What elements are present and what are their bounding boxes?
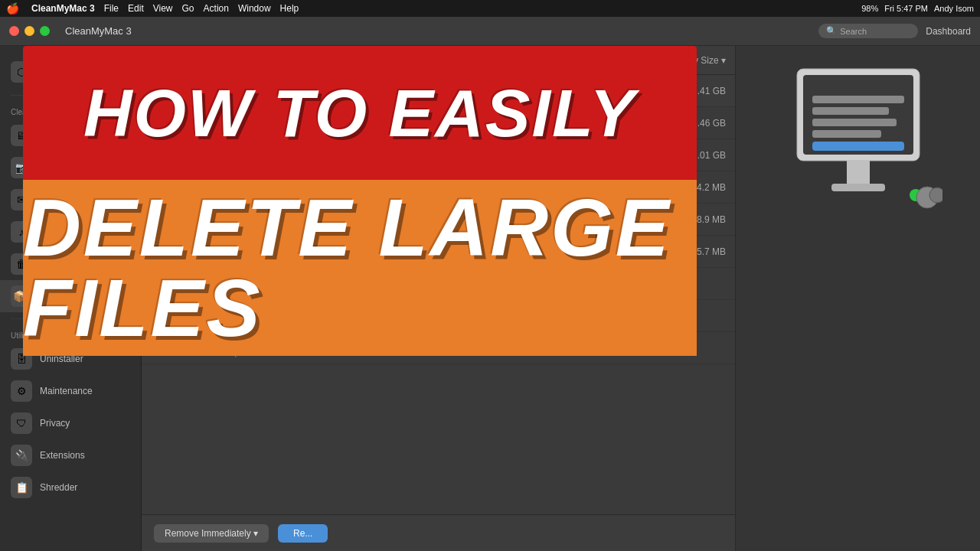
expand-icon[interactable] — [168, 119, 177, 128]
folder-icon — [204, 276, 223, 292]
dashboard-button[interactable]: Dashboard — [926, 26, 971, 37]
all-files-checkbox[interactable] — [151, 86, 162, 96]
table-row[interactable]: More than 5 GB 43.46 GB — [142, 107, 735, 139]
edit-menu[interactable]: Edit — [128, 3, 144, 14]
house-subtitle: Opened more than... — [229, 349, 666, 357]
table-row[interactable]: ▶ Videos Opened more than half a year ag… — [142, 139, 735, 171]
maximize-button[interactable] — [40, 26, 50, 36]
row4-checkbox[interactable] — [172, 246, 183, 257]
window-menu[interactable]: Window — [238, 3, 271, 14]
help-menu[interactable]: Help — [280, 3, 299, 14]
close-button[interactable] — [9, 26, 19, 36]
table-row[interactable]: ▶ — [142, 268, 735, 300]
expand-icon[interactable]: ▶ — [189, 311, 198, 321]
minimize-button[interactable] — [24, 26, 34, 36]
table-row[interactable]: ▶ 978.9 MB — [142, 204, 735, 236]
clock: Fri 5:47 PM — [884, 4, 928, 13]
action-menu[interactable]: Action — [204, 3, 229, 14]
sidebar-item-smart-cleanup[interactable]: ⬡ Smart Cleanup — [0, 55, 141, 89]
app-title: CleanMyMac 3 — [65, 25, 132, 37]
sidebar: ⬡ Smart Cleanup Cleaning 🖥 System Junk 📷… — [0, 46, 142, 551]
large-files-icon: 📦 — [11, 285, 28, 307]
view-menu[interactable]: View — [153, 3, 173, 14]
expand-icon[interactable]: ▶ — [189, 183, 198, 192]
search-placeholder: Search — [840, 27, 867, 36]
menubar-status: 98% Fri 5:47 PM Andy Isom — [861, 4, 974, 13]
row5-checkbox[interactable] — [172, 279, 183, 289]
photoshop-size: 984.2 MB — [672, 182, 726, 193]
sidebar-item-itunes[interactable]: ♪ iTunes Junk — [0, 216, 141, 248]
trash-label: Trash Bins — [40, 259, 83, 269]
folder-icon — [204, 148, 223, 163]
photoshop-checkbox[interactable] — [172, 182, 183, 193]
apple-menu[interactable]: 🍎 — [6, 2, 19, 15]
expand-icon[interactable]: ▶ — [189, 279, 198, 289]
right-panel — [735, 46, 980, 551]
content-area: Back Group by Size ▾ Large & Old Files S… — [142, 46, 735, 551]
maintenance-icon: ⚙ — [11, 380, 32, 402]
table-row[interactable]: ▶ Photoshop Files Opened more than a yea… — [142, 171, 735, 204]
svg-rect-6 — [812, 142, 904, 151]
trash-icon: 🗑 — [11, 253, 32, 275]
bottom-bar: Remove Immediately ▾ Re... — [142, 514, 735, 551]
table-row[interactable]: ▶ House Opened more than... — [142, 332, 735, 364]
expand-icon[interactable]: ▶ — [189, 151, 198, 160]
folder-icon — [204, 180, 223, 195]
app-menu[interactable]: CleanMyMac 3 — [31, 3, 95, 14]
section-header-utilities: Utilities — [0, 325, 141, 343]
sidebar-item-large-files[interactable]: 📦 Large & Old Files 232.41 GB — [0, 280, 141, 312]
sidebar-item-uninstaller[interactable]: 🗄 Uninstaller — [0, 343, 141, 375]
sidebar-item-photo-junk[interactable]: 📷 Photo Junk — [0, 152, 141, 184]
house-checkbox[interactable] — [172, 343, 183, 354]
itunes-label: iTunes Junk — [40, 227, 89, 237]
svg-rect-3 — [812, 107, 889, 115]
smart-cleanup-icon: ⬡ — [11, 61, 32, 83]
group-by-selector[interactable]: Group by Size ▾ — [201, 55, 266, 66]
file-menu[interactable]: File — [104, 3, 119, 14]
content-toolbar: Back Group by Size ▾ Large & Old Files S… — [142, 46, 735, 75]
sidebar-item-maintenance[interactable]: ⚙ Maintenance — [0, 375, 141, 407]
folder-icon — [204, 244, 223, 259]
sidebar-item-trash[interactable]: 🗑 Trash Bins — [0, 248, 141, 280]
table-row[interactable]: ▶ 965.7 MB — [142, 236, 735, 268]
svg-point-11 — [929, 187, 942, 203]
search-box[interactable]: 🔍 Search — [818, 24, 918, 38]
expand-icon[interactable]: ▶ — [189, 215, 198, 224]
loading-icon — [183, 116, 198, 131]
app-window: CleanMyMac 3 🔍 Search Dashboard ⬡ Smart … — [0, 17, 980, 551]
section-header-cleaning: Cleaning — [0, 102, 141, 119]
expand-icon[interactable]: ▶ — [189, 247, 198, 256]
expand-icon[interactable]: ▶ — [168, 86, 177, 96]
row6-checkbox[interactable] — [172, 311, 183, 321]
row3-checkbox[interactable] — [172, 214, 183, 225]
review-button[interactable]: Re... — [278, 524, 328, 543]
sidebar-item-privacy[interactable]: 🛡 Privacy — [0, 407, 141, 439]
videos-checkbox[interactable] — [172, 150, 183, 161]
videos-name: Videos — [229, 145, 666, 156]
back-button[interactable]: Back — [151, 52, 193, 69]
row3-size: 978.9 MB — [672, 214, 726, 225]
sidebar-item-system-junk[interactable]: 🖥 System Junk — [0, 119, 141, 152]
sort-by-selector[interactable]: Sort by Size ▾ — [669, 55, 726, 66]
expand-icon[interactable]: ▶ — [189, 344, 198, 353]
more5gb-checkbox[interactable] — [151, 118, 162, 129]
svg-rect-7 — [847, 161, 870, 184]
sidebar-item-extensions[interactable]: 🔌 Extensions — [0, 439, 141, 471]
svg-rect-4 — [812, 119, 897, 126]
extensions-label: Extensions — [40, 450, 85, 461]
go-menu[interactable]: Go — [182, 3, 194, 14]
large-files-label: Large & Old Files — [36, 285, 93, 307]
sidebar-item-mail[interactable]: ✉ Mail Attachments — [0, 184, 141, 216]
sidebar-item-shredder[interactable]: 📋 Shredder — [0, 471, 141, 504]
svg-rect-8 — [831, 184, 885, 191]
table-row[interactable]: ▶ — [142, 300, 735, 332]
battery-status: 98% — [861, 4, 878, 13]
remove-immediately-button[interactable]: Remove Immediately ▾ — [154, 524, 269, 543]
privacy-label: Privacy — [40, 418, 70, 429]
main-layout: ⬡ Smart Cleanup Cleaning 🖥 System Junk 📷… — [0, 46, 980, 551]
photo-junk-icon: 📷 — [11, 157, 32, 178]
folder-icon — [204, 341, 223, 356]
house-name: House — [229, 338, 666, 349]
table-row[interactable]: ▶ All Files 232.41 GB — [142, 75, 735, 107]
sidebar-divider-2 — [11, 318, 130, 319]
